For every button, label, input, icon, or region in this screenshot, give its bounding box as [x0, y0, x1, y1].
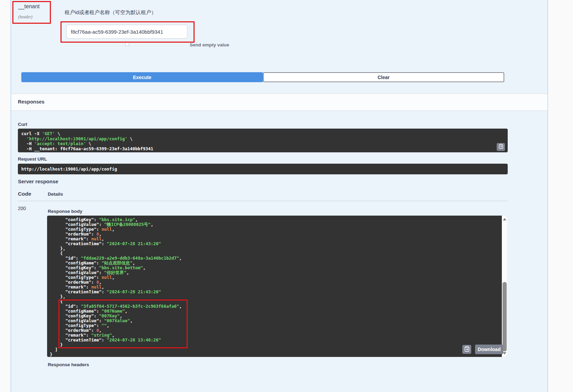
triangle-down-icon[interactable]	[503, 352, 506, 355]
response-body-label: Response body	[48, 209, 82, 214]
clear-button[interactable]: Clear	[263, 72, 504, 82]
server-response-label: Server response	[18, 178, 58, 184]
send-empty-value-label: Send empty value	[190, 42, 229, 47]
request-url-label: Request URL	[18, 156, 47, 162]
annotation-box-tenant-param	[12, 1, 51, 24]
responses-title: Responses	[18, 99, 44, 105]
responses-section-header	[11, 94, 548, 111]
execute-button[interactable]: Execute	[21, 72, 263, 82]
clipboard-copy-icon	[498, 144, 504, 150]
clipboard-copy-icon	[464, 346, 470, 353]
response-copy-button[interactable]	[462, 345, 471, 354]
curl-copy-button[interactable]	[497, 143, 505, 151]
status-code: 200	[18, 206, 26, 211]
curl-label: Curl	[18, 122, 27, 127]
triangle-up-icon[interactable]	[503, 218, 506, 220]
annotation-box-response-item	[58, 300, 188, 348]
swagger-operation-panel: __tenant (header) 租户id或者租户名称（可空为默认租户） Se…	[0, 0, 573, 392]
parameter-description: 租户id或者租户名称（可空为默认租户）	[65, 9, 156, 16]
response-headers-label: Response headers	[48, 362, 89, 367]
request-url-value: http://localhost:19001/api/app/config	[18, 164, 508, 174]
download-button[interactable]: Download	[475, 345, 503, 354]
response-body-scrollbar[interactable]	[502, 216, 507, 357]
code-column-header: Code	[18, 191, 31, 197]
table-divider	[18, 201, 508, 201]
scrollbar-thumb[interactable]	[503, 282, 507, 351]
details-column-header: Details	[48, 192, 63, 197]
curl-code-block: curl -X 'GET' \ 'http://localhost:19001/…	[18, 129, 508, 152]
annotation-box-tenant-input	[60, 21, 195, 43]
